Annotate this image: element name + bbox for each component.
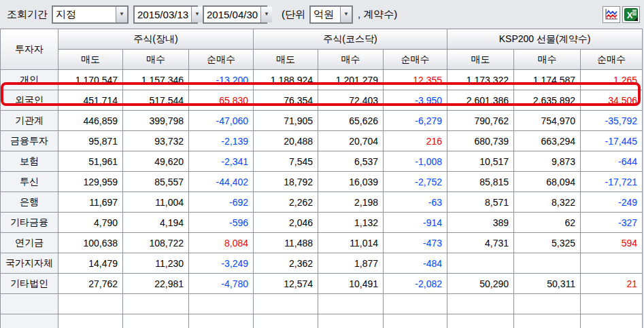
- date-to-select[interactable]: 2015/04/30 ▼: [203, 5, 267, 24]
- value-cell: 11,488: [254, 233, 318, 253]
- value-cell: 12,574: [254, 274, 318, 294]
- value-cell: 76,354: [254, 90, 318, 111]
- value-cell: [581, 314, 643, 328]
- col-header-buy: 매수: [318, 50, 384, 70]
- value-cell: 2,362: [254, 253, 318, 274]
- table-row: 기관계446,859399,798-47,06071,90565,626-6,2…: [1, 111, 643, 131]
- period-select[interactable]: 지정 ▼: [52, 5, 129, 24]
- value-cell: 18,792: [254, 172, 318, 192]
- value-cell: 11,697: [58, 192, 123, 213]
- unit-suffix-label: , 계약수): [358, 8, 397, 21]
- row-label: [1, 294, 58, 314]
- value-cell: [447, 294, 514, 314]
- value-cell: 4,731: [447, 233, 514, 253]
- group-header-kospi: 주식(장내): [58, 29, 254, 50]
- value-cell: 20,488: [254, 131, 318, 151]
- value-cell: [384, 314, 447, 328]
- chevron-down-icon[interactable]: ▼: [191, 7, 203, 22]
- value-cell: 8,322: [514, 192, 581, 213]
- value-cell: 65,830: [189, 90, 254, 111]
- row-label: 연기금: [1, 233, 58, 253]
- group-header-ksp200-futures: KSP200 선물(계약수): [447, 29, 643, 50]
- value-cell: -47,060: [189, 111, 254, 131]
- value-cell: 1,265: [581, 70, 643, 90]
- col-header-buy: 매수: [123, 50, 189, 70]
- table-row: 은행11,69711,004-6922,2622,198-638,5718,32…: [1, 192, 643, 213]
- investor-column-header: 투자자: [1, 29, 58, 70]
- value-cell: 7,545: [254, 151, 318, 172]
- period-label: 조회기간: [7, 8, 48, 21]
- value-cell: -914: [384, 213, 447, 233]
- value-cell: 11,014: [318, 233, 384, 253]
- value-cell: -35,792: [581, 111, 643, 131]
- value-cell: 65,626: [318, 111, 384, 131]
- svg-text:X: X: [627, 10, 633, 20]
- value-cell: -327: [581, 213, 643, 233]
- chevron-down-icon[interactable]: ▼: [116, 7, 127, 22]
- value-cell: -2,752: [384, 172, 447, 192]
- table-row: [1, 294, 643, 314]
- table-row: 기타금융4,7904,194-5962,0461,132-91438962-32…: [1, 213, 643, 233]
- chevron-down-icon[interactable]: ▼: [340, 7, 352, 22]
- value-cell: [189, 314, 254, 328]
- value-cell: [254, 294, 318, 314]
- table-body: 개인1,170,5471,157,346-13,2001,188,9241,20…: [1, 70, 643, 328]
- value-cell: 8,571: [447, 192, 514, 213]
- value-cell: 5,325: [514, 233, 581, 253]
- table-row: [1, 314, 643, 328]
- value-cell: -692: [189, 192, 254, 213]
- value-cell: -4,780: [189, 274, 254, 294]
- value-cell: 20,704: [318, 131, 384, 151]
- toolbar: 조회기간 지정 ▼ 2015/03/13 ▼ 2015/04/30 ▼ (단위 …: [0, 0, 644, 29]
- value-cell: 22,981: [123, 274, 189, 294]
- value-cell: 1,170,547: [58, 70, 123, 90]
- value-cell: [581, 253, 643, 274]
- value-cell: 11,004: [123, 192, 189, 213]
- period-select-value: 지정: [53, 8, 79, 21]
- value-cell: 27,762: [58, 274, 123, 294]
- value-cell: 790,762: [447, 111, 514, 131]
- col-header-sell: 매도: [447, 50, 514, 70]
- table-header: 투자자 주식(장내) 주식(코스닥) KSP200 선물(계약수) 매도 매수 …: [1, 29, 643, 70]
- value-cell: 1,174,587: [514, 70, 581, 90]
- value-cell: 10,491: [318, 274, 384, 294]
- value-cell: 85,557: [123, 172, 189, 192]
- excel-export-button[interactable]: X: [622, 6, 640, 23]
- table-row: 보험51,96149,620-2,3417,5456,537-1,00810,5…: [1, 151, 643, 172]
- value-cell: [58, 294, 123, 314]
- investor-trading-table: 투자자 주식(장내) 주식(코스닥) KSP200 선물(계약수) 매도 매수 …: [0, 29, 643, 328]
- row-label: 금융투자: [1, 131, 58, 151]
- value-cell: [514, 253, 581, 274]
- value-cell: -2,341: [189, 151, 254, 172]
- value-cell: 1,201,279: [318, 70, 384, 90]
- value-cell: 680,739: [447, 131, 514, 151]
- value-cell: 95,871: [58, 131, 123, 151]
- date-from-select[interactable]: 2015/03/13 ▼: [133, 5, 198, 24]
- value-cell: 1,157,346: [123, 70, 189, 90]
- value-cell: 2,198: [318, 192, 384, 213]
- value-cell: -17,445: [581, 131, 643, 151]
- value-cell: 14,479: [58, 253, 123, 274]
- value-cell: 12,355: [384, 70, 447, 90]
- col-header-net: 순매수: [581, 50, 643, 70]
- value-cell: 93,732: [123, 131, 189, 151]
- value-cell: 71,905: [254, 111, 318, 131]
- value-cell: -484: [384, 253, 447, 274]
- table-row: 금융투자95,87193,732-2,13920,48820,704216680…: [1, 131, 643, 151]
- value-cell: 446,859: [58, 111, 123, 131]
- value-cell: 1,188,924: [254, 70, 318, 90]
- chart-view-button[interactable]: [603, 6, 620, 23]
- group-header-kosdaq: 주식(코스닥): [254, 29, 447, 50]
- value-cell: 389: [447, 213, 514, 233]
- unit-select[interactable]: 억원 ▼: [309, 5, 353, 24]
- chevron-down-icon[interactable]: ▼: [260, 7, 272, 22]
- value-cell: -596: [189, 213, 254, 233]
- value-cell: -63: [384, 192, 447, 213]
- value-cell: 62: [514, 213, 581, 233]
- value-cell: 6,537: [318, 151, 384, 172]
- value-cell: -2,139: [189, 131, 254, 151]
- value-cell: -644: [581, 151, 643, 172]
- value-cell: -17,721: [581, 172, 643, 192]
- value-cell: 1,132: [318, 213, 384, 233]
- col-header-net: 순매수: [384, 50, 447, 70]
